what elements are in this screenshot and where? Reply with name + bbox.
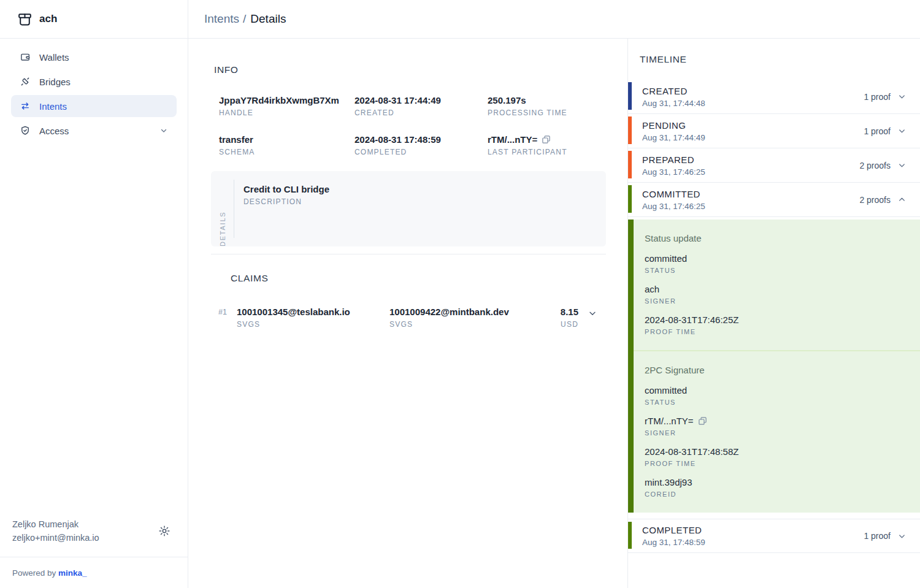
chevron-down-icon[interactable]	[897, 532, 907, 541]
proof-field-label: STATUS	[645, 267, 908, 274]
field-label: LAST PARTICIPANT	[488, 148, 606, 156]
copy-icon[interactable]	[698, 416, 707, 426]
proof-card-title: 2PC Signature	[645, 365, 908, 375]
proof-field-label: PROOF TIME	[645, 460, 908, 467]
claim-target-value: 1001009422@mintbank.dev	[389, 307, 509, 317]
proof-time-value: 2024-08-31T17:46:25Z	[645, 315, 738, 325]
proof-time-value: 2024-08-31T17:48:58Z	[645, 446, 738, 457]
user-account: Zeljko Rumenjak zeljko+mint@minka.io	[0, 517, 188, 544]
proof-coreid-value: mint.39dj93	[645, 477, 692, 487]
timeline-event-prepared[interactable]: PREPARED Aug 31, 17:46:25 2 proofs	[628, 148, 920, 183]
chevron-down-icon[interactable]	[897, 161, 907, 170]
proof-field-proof-time: 2024-08-31T17:48:58Z PROOF TIME	[645, 446, 908, 467]
ledger-switcher[interactable]: ach	[0, 0, 188, 39]
completed-value: 2024-08-31 17:48:59	[355, 134, 441, 145]
info-section-title: INFO	[211, 64, 606, 75]
proof-count: 2 proofs	[859, 195, 891, 205]
claim-currency-label: USD	[561, 320, 578, 329]
sidebar-item-label: Intents	[39, 101, 67, 112]
sidebar: ach Wallets	[0, 0, 188, 588]
chevron-down-icon[interactable]	[897, 92, 907, 101]
last-participant-value: rTM/...nTY=	[488, 134, 537, 145]
app-window: ach Wallets	[0, 0, 920, 588]
claim-source-value: 1001001345@teslabank.io	[237, 307, 350, 317]
claim-index: #1	[218, 307, 237, 316]
info-field-created: 2024-08-31 17:44:49 CREATED	[355, 95, 488, 117]
copy-icon[interactable]	[542, 135, 551, 144]
committed-proofs-section: Status update committed STATUS ach SIGNE…	[628, 220, 920, 513]
details-box: DETAILS Credit to CLI bridge DESCRIPTION	[211, 171, 606, 246]
timeline-title: TIMELINE	[628, 54, 920, 65]
chevron-down-icon[interactable]	[897, 126, 907, 136]
event-status: COMPLETED	[642, 525, 705, 535]
proof-field-label: PROOF TIME	[645, 328, 908, 335]
handle-value: JppaY7Rd4irkbXwmgB7Xm	[219, 95, 339, 105]
claim-expand-button[interactable]	[578, 307, 606, 318]
content-region: Intents / Details INFO JppaY7Rd4irkbXwmg…	[188, 0, 920, 588]
proof-status-value: committed	[645, 385, 687, 395]
powered-by-label: Powered by	[12, 568, 56, 578]
timeline-event-committed[interactable]: COMMITTED Aug 31, 17:46:25 2 proofs	[628, 183, 920, 217]
proof-field-label: SIGNER	[645, 429, 908, 437]
field-label: COMPLETED	[355, 148, 488, 156]
breadcrumb-separator: /	[243, 12, 246, 26]
sidebar-nav: Wallets Bridges	[0, 39, 188, 144]
claims-section-title: CLAIMS	[211, 273, 606, 284]
timeline-event-created[interactable]: CREATED Aug 31, 17:44:48 1 proof	[628, 80, 920, 114]
proof-count: 1 proof	[864, 92, 891, 102]
event-status: CREATED	[642, 86, 705, 96]
created-value: 2024-08-31 17:44:49	[355, 95, 441, 105]
status-color-bar	[628, 185, 632, 213]
proof-field-signer: ach SIGNER	[645, 284, 908, 305]
sidebar-item-intents[interactable]: Intents	[11, 95, 177, 117]
timeline-list: CREATED Aug 31, 17:44:48 1 proof	[628, 80, 920, 553]
ledger-box-icon	[17, 12, 33, 27]
minka-brand-link[interactable]: minka_	[58, 568, 87, 578]
settings-button[interactable]	[158, 525, 171, 537]
sidebar-item-label: Access	[39, 126, 69, 136]
info-grid: JppaY7Rd4irkbXwmgB7Xm HANDLE 2024-08-31 …	[211, 95, 606, 156]
event-time: Aug 31, 17:44:48	[642, 99, 705, 108]
info-field-schema: transfer SCHEMA	[219, 134, 355, 156]
sidebar-item-bridges[interactable]: Bridges	[11, 71, 177, 93]
proof-signer-value: ach	[645, 284, 659, 294]
field-label: HANDLE	[219, 109, 355, 117]
shield-check-icon	[20, 125, 31, 136]
proof-card-2pc-signature: 2PC Signature committed STATUS rTM/...nT…	[628, 350, 920, 513]
event-status: PENDING	[642, 120, 705, 131]
sidebar-item-label: Bridges	[39, 77, 71, 87]
info-field-handle: JppaY7Rd4irkbXwmgB7Xm HANDLE	[219, 95, 355, 117]
event-time: Aug 31, 17:48:59	[642, 538, 705, 547]
claim-amount-value: 8.15	[561, 307, 578, 317]
proof-count: 2 proofs	[859, 161, 891, 170]
timeline-event-pending[interactable]: PENDING Aug 31, 17:44:49 1 proof	[628, 114, 920, 148]
intent-details-panel: INFO JppaY7Rd4irkbXwmgB7Xm HANDLE 2024-0…	[188, 39, 627, 588]
proof-count: 1 proof	[864, 531, 891, 541]
details-vertical-label: DETAILS	[219, 181, 226, 246]
breadcrumb-intents-link[interactable]: Intents	[204, 12, 239, 26]
proof-field-label: COREID	[645, 491, 908, 498]
event-time: Aug 31, 17:46:25	[642, 167, 705, 177]
proof-field-label: STATUS	[645, 399, 908, 406]
proof-field-status: committed STATUS	[645, 253, 908, 274]
claim-target-label: SVGS	[389, 320, 561, 329]
event-status: COMMITTED	[642, 189, 705, 199]
chevron-up-icon[interactable]	[897, 195, 907, 204]
field-label: CREATED	[355, 109, 488, 117]
info-field-completed: 2024-08-31 17:48:59 COMPLETED	[355, 134, 488, 156]
sidebar-item-access[interactable]: Access	[11, 120, 177, 142]
info-field-last-participant: rTM/...nTY= LAST PARTICIPANT	[488, 134, 606, 156]
sidebar-item-wallets[interactable]: Wallets	[11, 46, 177, 68]
proof-field-proof-time: 2024-08-31T17:46:25Z PROOF TIME	[645, 315, 908, 335]
timeline-panel: TIMELINE CREATED Aug 31, 17:44:48 1 proo…	[627, 39, 920, 588]
event-time: Aug 31, 17:44:49	[642, 133, 705, 142]
proof-status-value: committed	[645, 253, 687, 264]
claim-source: 1001001345@teslabank.io SVGS	[237, 307, 389, 329]
bridge-plug-icon	[20, 76, 31, 87]
event-status: PREPARED	[642, 155, 705, 165]
claim-amount: 8.15 USD	[561, 307, 578, 329]
timeline-event-completed[interactable]: COMPLETED Aug 31, 17:48:59 1 proof	[628, 519, 920, 553]
proof-field-coreid: mint.39dj93 COREID	[645, 477, 908, 498]
description-label: DESCRIPTION	[243, 197, 329, 206]
user-email: zeljko+mint@minka.io	[12, 531, 99, 544]
